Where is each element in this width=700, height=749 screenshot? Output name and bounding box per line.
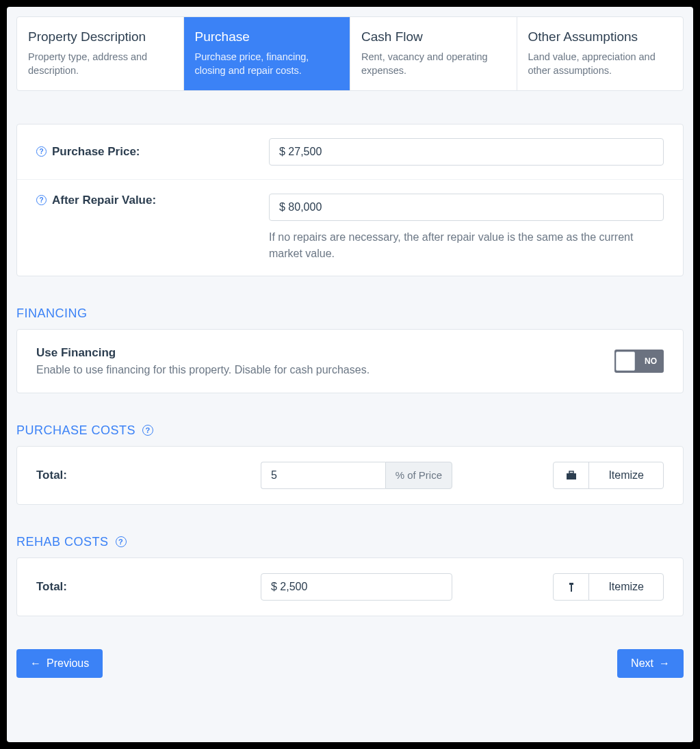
use-financing-sub: Enable to use financing for this propert…: [36, 364, 370, 376]
previous-button[interactable]: ← Previous: [16, 649, 103, 678]
use-financing-title: Use Financing: [36, 346, 370, 360]
arrow-right-icon: →: [659, 657, 670, 670]
arrow-left-icon: ←: [30, 657, 41, 670]
rehab-costs-itemize-button[interactable]: Itemize: [553, 573, 664, 601]
tab-subtitle: Rent, vacancy and operating expenses.: [361, 50, 506, 78]
tab-title: Cash Flow: [361, 29, 506, 44]
help-icon[interactable]: ?: [142, 425, 153, 436]
arv-label: After Repair Value:: [52, 194, 156, 207]
briefcase-icon: [554, 462, 589, 488]
arv-input[interactable]: [269, 194, 664, 221]
itemize-label: Itemize: [589, 574, 663, 600]
price-panel: ? Purchase Price: ? After Repair Value: …: [16, 124, 684, 276]
financing-section-title: FINANCING: [16, 306, 684, 321]
purchase-costs-input[interactable]: [261, 462, 385, 489]
tab-cash-flow[interactable]: Cash Flow Rent, vacancy and operating ex…: [350, 17, 517, 90]
tab-bar: Property Description Property type, addr…: [16, 16, 684, 91]
purchase-costs-section-title: PURCHASE COSTS ?: [16, 423, 684, 438]
help-icon[interactable]: ?: [116, 536, 127, 547]
purchase-costs-panel: Total: % of Price Itemize: [16, 446, 684, 505]
rehab-costs-panel: Total: Itemize: [16, 557, 684, 616]
toggle-label: NO: [645, 356, 657, 366]
rehab-costs-total-label: Total:: [36, 580, 250, 594]
section-label: PURCHASE COSTS: [16, 423, 135, 438]
tab-subtitle: Purchase price, financing, closing and r…: [195, 50, 339, 78]
next-button[interactable]: Next →: [617, 649, 684, 678]
tab-title: Purchase: [195, 29, 339, 44]
financing-panel: Use Financing Enable to use financing fo…: [16, 329, 684, 393]
purchase-costs-unit: % of Price: [385, 462, 452, 489]
help-icon[interactable]: ?: [36, 146, 47, 157]
tab-property-description[interactable]: Property Description Property type, addr…: [17, 17, 184, 90]
svg-rect-0: [567, 473, 576, 479]
rehab-costs-section-title: REHAB COSTS ?: [16, 535, 684, 549]
tab-title: Other Assumptions: [528, 29, 673, 44]
purchase-costs-itemize-button[interactable]: Itemize: [553, 462, 664, 489]
previous-label: Previous: [47, 657, 89, 670]
toggle-knob: [616, 352, 635, 371]
svg-rect-1: [569, 471, 573, 473]
section-label: REHAB COSTS: [16, 535, 109, 549]
purchase-costs-total-label: Total:: [36, 469, 250, 482]
arv-hint: If no repairs are necessary, the after r…: [269, 229, 664, 262]
hammer-icon: [554, 574, 589, 600]
rehab-costs-input[interactable]: [261, 573, 452, 601]
tab-other-assumptions[interactable]: Other Assumptions Land value, appreciati…: [517, 17, 684, 90]
tab-subtitle: Land value, appreciation and other assum…: [528, 50, 673, 78]
use-financing-toggle[interactable]: NO: [614, 350, 664, 373]
tab-purchase[interactable]: Purchase Purchase price, financing, clos…: [184, 17, 351, 90]
purchase-price-label: Purchase Price:: [52, 145, 140, 159]
purchase-price-input[interactable]: [269, 138, 664, 166]
tab-subtitle: Property type, address and description.: [28, 50, 172, 78]
next-label: Next: [631, 657, 653, 670]
help-icon[interactable]: ?: [36, 195, 47, 205]
tab-title: Property Description: [28, 29, 172, 44]
itemize-label: Itemize: [589, 462, 663, 488]
